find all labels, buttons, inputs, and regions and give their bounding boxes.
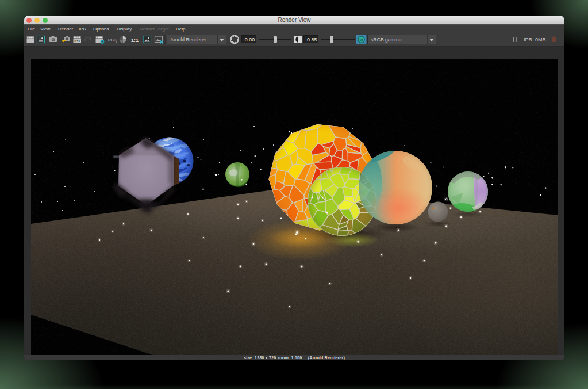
svg-text:RGB: RGB xyxy=(108,38,117,42)
svg-text:sR: sR xyxy=(360,39,364,41)
svg-text:IPR: 0MB: IPR: 0MB xyxy=(524,37,546,43)
svg-text:1:1: 1:1 xyxy=(131,37,139,43)
svg-text:IPR: IPR xyxy=(75,39,80,43)
